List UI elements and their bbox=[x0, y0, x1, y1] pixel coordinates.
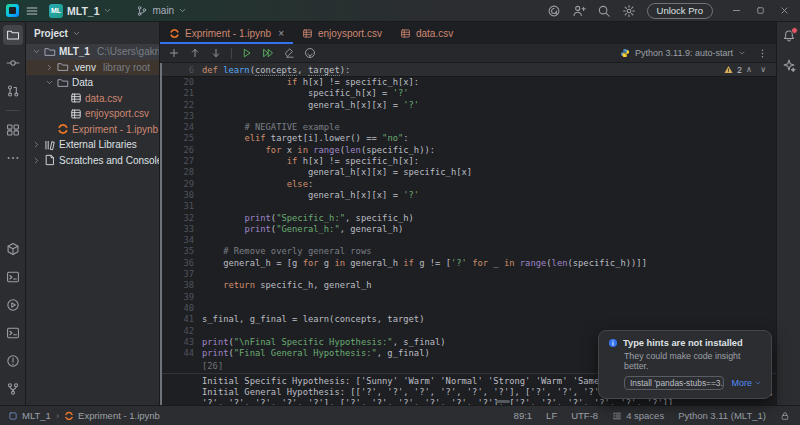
github-icon[interactable] bbox=[304, 47, 316, 59]
status-line-separator[interactable]: LF bbox=[546, 410, 557, 421]
move-cell-up-icon[interactable] bbox=[189, 47, 201, 59]
status-label: Python 3.11 (MLT_1) bbox=[678, 410, 766, 421]
status-read-only-toggle[interactable] bbox=[780, 411, 790, 421]
more-actions-icon[interactable] bbox=[757, 48, 768, 59]
tree-item-data-csv[interactable]: data.csv bbox=[26, 91, 159, 107]
scratch-icon bbox=[44, 154, 56, 166]
project-widget[interactable]: ML MLT_1 bbox=[45, 3, 116, 19]
csv-icon bbox=[302, 28, 313, 39]
breadcrumb-mlt-1[interactable]: MLT_1 bbox=[8, 410, 51, 421]
notification-popup: Type hints are not installed They could … bbox=[598, 330, 772, 399]
inspection-widget[interactable]: 2 ∧ ∨ bbox=[717, 65, 776, 75]
jupyter-icon bbox=[64, 411, 74, 421]
tool-run-button[interactable] bbox=[3, 295, 23, 315]
run-all-cells-icon[interactable] bbox=[262, 47, 274, 59]
tab-label: enjoysport.csv bbox=[318, 28, 382, 39]
code-with-me-icon[interactable] bbox=[572, 4, 586, 18]
close-icon[interactable] bbox=[772, 1, 796, 21]
code-lines: 20 if h[x] != specific_h[x]:21 specific_… bbox=[160, 77, 776, 359]
code-line-31: 31 bbox=[160, 201, 776, 212]
code-line-29: 29 else: bbox=[160, 179, 776, 190]
tree-item-external-libraries[interactable]: External Libraries bbox=[26, 137, 159, 153]
tree-item-data[interactable]: Data bbox=[26, 75, 159, 91]
pycharm-window: ML MLT_1 main Unlock Pro Project MLT_1C:… bbox=[0, 0, 800, 425]
tool-problems-button[interactable] bbox=[3, 351, 23, 371]
close-tab-icon[interactable]: × bbox=[278, 28, 284, 39]
code-line-33: 33 print("General_h:", general_h) bbox=[160, 224, 776, 235]
tree-item-label: External Libraries bbox=[59, 139, 137, 150]
code-line-40: 40 bbox=[160, 303, 776, 314]
ai-icon bbox=[782, 58, 796, 72]
main-menu-icon[interactable] bbox=[25, 4, 39, 18]
tool-terminal-button[interactable] bbox=[3, 323, 23, 343]
tab-label: Expriment - 1.ipynb bbox=[185, 28, 271, 39]
code-line-36: 36 general_h = [g for g in general_h if … bbox=[160, 258, 776, 269]
search-icon[interactable] bbox=[597, 4, 611, 18]
csv-icon bbox=[400, 28, 411, 39]
settings-icon[interactable] bbox=[622, 4, 636, 18]
lock-icon bbox=[780, 411, 790, 421]
tree-item-scratches-and-consoles[interactable]: Scratches and Consoles bbox=[26, 153, 159, 169]
status-indent-style[interactable]: 4 spaces bbox=[612, 410, 664, 421]
tree-item-label: Expriment - 1.ipynb bbox=[72, 124, 158, 135]
pullreq-icon bbox=[6, 84, 20, 98]
tab-label: data.csv bbox=[416, 28, 453, 39]
status-label: 89:1 bbox=[514, 410, 533, 421]
tool-python-packages-button[interactable] bbox=[3, 239, 23, 259]
titlebar: ML MLT_1 main Unlock Pro bbox=[0, 0, 800, 22]
more-link[interactable]: More bbox=[731, 378, 762, 388]
tree-item-label: MLT_1 bbox=[59, 46, 90, 57]
divider bbox=[6, 110, 20, 111]
status-python-interpreter[interactable]: Python 3.11 (MLT_1) bbox=[678, 410, 766, 421]
run-cell-icon[interactable] bbox=[241, 47, 253, 59]
branch-widget[interactable]: main bbox=[132, 4, 191, 18]
install-stubs-button[interactable]: Install 'pandas-stubs==3.0.0.260.. bbox=[624, 376, 724, 390]
status-caret-position[interactable]: 89:1 bbox=[514, 410, 533, 421]
add-cell-icon[interactable] bbox=[168, 47, 180, 59]
more-link-label: More bbox=[731, 378, 752, 388]
breadcrumb-expriment-1-ipynb[interactable]: Expriment - 1.ipynb bbox=[64, 410, 160, 421]
chev-right-icon bbox=[32, 156, 41, 165]
tab-enjoysport-csv[interactable]: enjoysport.csv bbox=[293, 22, 391, 44]
maximize-icon[interactable] bbox=[748, 1, 772, 21]
left-toolbar bbox=[0, 22, 26, 405]
project-panel-header[interactable]: Project bbox=[26, 22, 159, 44]
tool-version-control-button[interactable] bbox=[3, 379, 23, 399]
interpreter-selector[interactable]: Python 3.11.9: auto-start bbox=[635, 48, 733, 58]
notifications-button[interactable] bbox=[780, 27, 798, 45]
tab-data-csv[interactable]: data.csv bbox=[391, 22, 462, 44]
clear-outputs-icon[interactable] bbox=[283, 47, 295, 59]
jupyter-icon bbox=[169, 28, 180, 39]
tool-structure-button[interactable] bbox=[3, 120, 23, 140]
tree-item-label: enjoysport.csv bbox=[85, 108, 149, 119]
tool-more-tool-windows-button[interactable] bbox=[3, 148, 23, 168]
horizontal-scrollbar[interactable] bbox=[496, 400, 510, 403]
indent-icon bbox=[612, 411, 622, 421]
minimize-icon[interactable] bbox=[724, 1, 748, 21]
ai-assistant-button[interactable] bbox=[780, 56, 798, 74]
chevron-down-icon bbox=[72, 29, 81, 38]
notification-body: They could make code insight better. bbox=[624, 351, 762, 371]
status-label: UTF-8 bbox=[571, 410, 598, 421]
ai-chat-icon[interactable] bbox=[547, 4, 561, 18]
tool-python-console-button[interactable] bbox=[3, 267, 23, 287]
move-cell-down-icon[interactable] bbox=[210, 47, 222, 59]
tree-item-suffix: C:\Users\gakri\PycharmProj bbox=[97, 46, 159, 57]
tool-commit-button[interactable] bbox=[3, 53, 23, 73]
tool-pull-requests-button[interactable] bbox=[3, 81, 23, 101]
tab-expriment-1-ipynb[interactable]: Expriment - 1.ipynb× bbox=[160, 22, 293, 44]
tree-item-expriment-1-ipynb[interactable]: Expriment - 1.ipynb bbox=[26, 122, 159, 138]
notebook-toolbar: Python 3.11.9: auto-start bbox=[160, 44, 776, 63]
inspection-nav-icons[interactable]: ∧ ∨ bbox=[746, 65, 769, 74]
tree-item-enjoysport-csv[interactable]: enjoysport.csv bbox=[26, 106, 159, 122]
tool-project-button[interactable] bbox=[3, 25, 23, 45]
tree-item-label: data.csv bbox=[85, 93, 122, 104]
code-line-37: 37 bbox=[160, 269, 776, 280]
code-line-35: 35 # Remove overly general rows bbox=[160, 246, 776, 257]
tree-item-mlt-1[interactable]: MLT_1C:\Users\gakri\PycharmProj bbox=[26, 44, 159, 60]
unlock-pro-button[interactable]: Unlock Pro bbox=[647, 3, 713, 19]
tree-item-label: Data bbox=[72, 77, 93, 88]
tree-item--venv[interactable]: .venvlibrary root bbox=[26, 60, 159, 76]
branch-name: main bbox=[152, 5, 174, 16]
status-encoding[interactable]: UTF-8 bbox=[571, 410, 598, 421]
